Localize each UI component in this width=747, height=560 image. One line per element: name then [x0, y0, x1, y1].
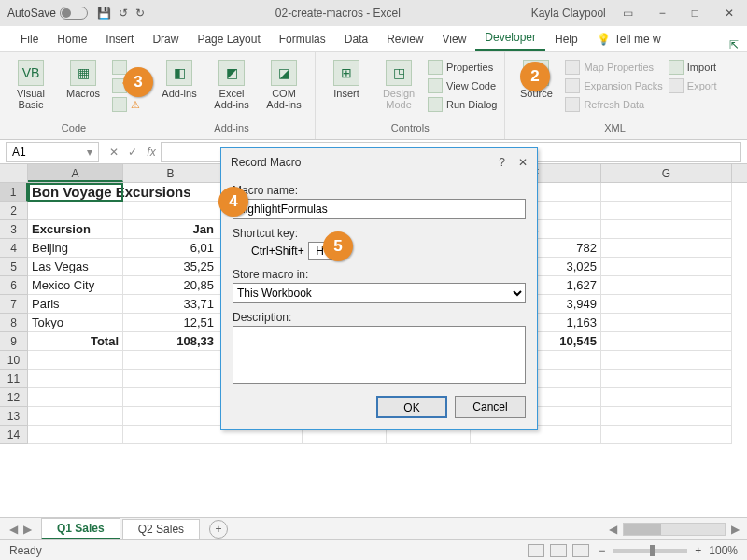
cancel-formula-icon[interactable]: ✕ [105, 146, 123, 159]
row-12-hdr[interactable]: 12 [0, 388, 28, 407]
store-macro-select[interactable]: This Workbook [233, 283, 526, 303]
hscroll-track[interactable] [623, 523, 726, 536]
row-6-hdr[interactable]: 6 [0, 276, 28, 295]
run-dialog-button[interactable]: Run Dialog [428, 97, 497, 112]
tab-draw[interactable]: Draw [143, 27, 188, 51]
select-all-corner[interactable] [0, 164, 28, 182]
hscroll-thumb[interactable] [624, 524, 661, 535]
addins-label: Add-ins [162, 88, 196, 99]
tell-me-search[interactable]: 💡Tell me w [587, 27, 670, 51]
zoom-slider[interactable] [613, 549, 687, 553]
macro-security-button[interactable]: ⚠ [112, 97, 140, 112]
name-box[interactable]: A1▾ [6, 142, 99, 162]
tab-formulas[interactable]: Formulas [270, 27, 335, 51]
hscroll-right-icon[interactable]: ▶ [731, 523, 740, 536]
view-pagebreak-icon[interactable] [572, 544, 589, 557]
zoom-thumb[interactable] [650, 545, 655, 556]
sheet-tab-q1[interactable]: Q1 Sales [41, 518, 120, 539]
macros-button[interactable]: ▦Macros [60, 56, 106, 99]
col-G[interactable]: G [601, 164, 732, 182]
undo-icon[interactable]: ↺ [119, 7, 128, 20]
tab-nav-prev-icon[interactable]: ◀ [9, 523, 18, 536]
close-icon[interactable]: ✕ [719, 7, 740, 20]
row-9-hdr[interactable]: 9 [0, 332, 28, 351]
cancel-button[interactable]: Cancel [455, 396, 526, 418]
row-2-hdr[interactable]: 2 [0, 202, 28, 220]
refresh-data-button[interactable]: Refresh Data [565, 97, 662, 112]
row-4-hdr[interactable]: 4 [0, 239, 28, 258]
share-button[interactable]: ⇱ [721, 38, 747, 51]
view-normal-icon[interactable] [528, 544, 544, 557]
visual-basic-button[interactable]: VBVisual Basic [7, 56, 54, 110]
group-code-label: Code [7, 122, 140, 135]
lightbulb-icon: 💡 [597, 33, 611, 46]
group-xml-label: XML [513, 122, 716, 135]
autosave-toggle[interactable]: AutoSave [7, 7, 88, 20]
ribbon-options-icon[interactable]: ▭ [617, 7, 639, 20]
dialog-titlebar[interactable]: Record Macro ?✕ [221, 148, 537, 176]
enter-formula-icon[interactable]: ✓ [123, 146, 142, 159]
sheet-tab-q2[interactable]: Q2 Sales [122, 519, 200, 539]
row-14-hdr[interactable]: 14 [0, 426, 28, 444]
row-13-hdr[interactable]: 13 [0, 407, 28, 426]
maximize-icon[interactable]: □ [686, 7, 704, 20]
excel-addins-button[interactable]: ◩Excel Add-ins [208, 56, 255, 110]
view-code-button[interactable]: View Code [428, 78, 497, 93]
tab-review[interactable]: Review [377, 27, 432, 51]
row-1-hdr[interactable]: 1 [0, 183, 28, 202]
tab-view[interactable]: View [433, 27, 476, 51]
minimize-icon[interactable]: − [654, 7, 671, 20]
dialog-close-icon[interactable]: ✕ [518, 156, 528, 169]
com-addins-icon: ◪ [271, 60, 297, 86]
com-addins-button[interactable]: ◪COM Add-ins [261, 56, 307, 110]
properties-button[interactable]: Properties [428, 60, 497, 75]
fx-icon[interactable]: fx [142, 146, 161, 159]
description-input[interactable] [233, 326, 526, 384]
row-8-hdr[interactable]: 8 [0, 314, 28, 332]
tab-help[interactable]: Help [545, 27, 587, 51]
insert-control-button[interactable]: ⊞Insert [323, 56, 370, 99]
map-properties-button[interactable]: Map Properties [565, 60, 662, 75]
zoom-in-button[interactable]: + [695, 544, 701, 557]
row-11-hdr[interactable]: 11 [0, 370, 28, 388]
redo-icon[interactable]: ↻ [135, 7, 145, 20]
zoom-out-button[interactable]: − [599, 544, 605, 557]
zoom-level[interactable]: 100% [709, 544, 738, 557]
group-code: VBVisual Basic ▦Macros ⚠ Code [0, 52, 148, 139]
dialog-help-icon[interactable]: ? [499, 156, 505, 169]
ok-button[interactable]: OK [376, 396, 447, 418]
cell-B1[interactable] [123, 183, 218, 202]
tab-file[interactable]: File [11, 27, 48, 51]
col-B[interactable]: B [123, 164, 218, 182]
tab-insert[interactable]: Insert [96, 27, 143, 51]
tab-developer[interactable]: Developer [475, 25, 545, 51]
design-mode-button[interactable]: ◳Design Mode [375, 56, 422, 110]
expansion-packs-button[interactable]: Expansion Packs [565, 78, 662, 93]
tab-page-layout[interactable]: Page Layout [188, 27, 269, 51]
macro-security-icon [112, 97, 127, 112]
addins-icon: ◧ [166, 60, 192, 86]
tab-data[interactable]: Data [335, 27, 377, 51]
tab-home[interactable]: Home [48, 27, 96, 51]
row-7-hdr[interactable]: 7 [0, 295, 28, 314]
row-3-hdr[interactable]: 3 [0, 220, 28, 239]
row-5-hdr[interactable]: 5 [0, 258, 28, 276]
run-dialog-icon [428, 97, 443, 112]
addins-button[interactable]: ◧Add-ins [156, 56, 203, 99]
toggle-switch-icon[interactable] [60, 7, 88, 20]
save-icon[interactable]: 💾 [97, 7, 111, 20]
tab-nav-next-icon[interactable]: ▶ [23, 523, 32, 536]
insert-control-label: Insert [333, 88, 359, 99]
user-name[interactable]: Kayla Claypool [531, 7, 606, 20]
import-button[interactable]: Import [669, 60, 717, 75]
cell-A1[interactable]: Bon Voyage Excursions [28, 183, 123, 202]
macro-name-input[interactable] [233, 199, 526, 219]
col-A[interactable]: A [28, 164, 123, 182]
row-10-hdr[interactable]: 10 [0, 351, 28, 370]
export-button[interactable]: Export [669, 78, 717, 93]
chevron-down-icon[interactable]: ▾ [87, 146, 92, 159]
add-sheet-button[interactable]: + [209, 520, 228, 539]
view-pagelayout-icon[interactable] [550, 544, 567, 557]
hscroll-left-icon[interactable]: ◀ [609, 523, 617, 536]
group-controls: ⊞Insert ◳Design Mode Properties View Cod… [316, 52, 505, 139]
